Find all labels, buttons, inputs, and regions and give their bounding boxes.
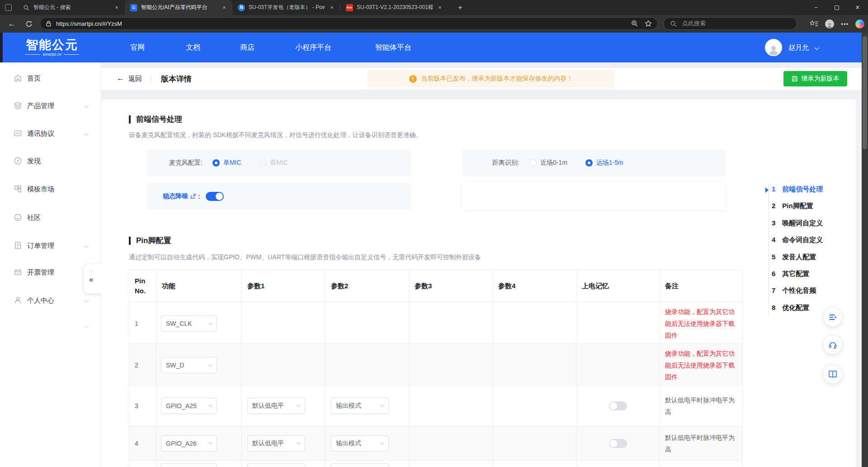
section-title-signal: 前端信号处理	[129, 114, 182, 124]
back-button[interactable]: 返回	[128, 75, 142, 83]
screen: 智能公元 - 搜索×公智能公元/AI产品零代码平台×NSU-03T开发包（老版本…	[0, 0, 868, 467]
back-navigation-icon[interactable]: ←	[6, 19, 17, 29]
sidebar-item-label: 模板市场	[27, 185, 54, 194]
param4-cell	[493, 386, 576, 426]
function-dropdown[interactable]: SW_CLK	[161, 315, 217, 332]
external-link-icon[interactable]	[190, 194, 196, 199]
nav-item-小程序平台[interactable]: 小程序平台	[295, 33, 331, 62]
distance-option[interactable]: 远场1-5m	[585, 159, 623, 167]
anchor-label: 唤醒词自定义	[782, 219, 823, 228]
anchor-item-命令词自定义[interactable]: 4命令词自定义	[772, 236, 823, 244]
user-name: 赵月允	[788, 43, 809, 52]
favorites-bar-icon[interactable]	[810, 20, 818, 28]
sidebar-item-首页[interactable]: 首页	[0, 73, 101, 84]
tab-close-icon[interactable]: ×	[436, 4, 443, 11]
param-dropdown[interactable]: 输出模式	[331, 435, 389, 452]
param-dropdown[interactable]: 默认低电平	[247, 435, 305, 452]
function-cell: SW_CLK	[156, 302, 242, 345]
radio-selected-icon[interactable]	[212, 159, 220, 167]
tab-close-icon[interactable]: ×	[328, 4, 335, 11]
window-minimize-button[interactable]: −	[806, 0, 826, 15]
zoom-icon[interactable]	[631, 20, 638, 27]
anchor-toggle-fab[interactable]	[824, 308, 842, 326]
sidebar-item-订单管理[interactable]: 订单管理	[0, 240, 101, 251]
power-memory-cell	[576, 344, 660, 386]
sidebar-item-开票管理[interactable]: 开票管理	[0, 267, 101, 278]
tab-close-icon[interactable]: ×	[113, 4, 120, 11]
refresh-icon[interactable]	[24, 19, 34, 29]
param-dropdown[interactable]	[247, 463, 305, 467]
copilot-icon[interactable]	[855, 19, 864, 29]
scrollbar-thumb[interactable]	[863, 36, 867, 149]
anchor-item-发音人配置[interactable]: 5发音人配置	[772, 253, 816, 262]
headset-icon	[828, 340, 837, 349]
sidebar-item-个人中心[interactable]: 个人中心	[0, 295, 101, 306]
nav-item-智能体平台[interactable]: 智能体平台	[375, 33, 411, 62]
anchor-item-Pin脚配置[interactable]: 2Pin脚配置	[772, 202, 813, 210]
chevron-down-icon	[208, 320, 213, 325]
function-dropdown[interactable]	[161, 463, 217, 467]
anchor-item-个性化音频[interactable]: 7个性化音频	[772, 286, 816, 295]
compass-icon	[14, 157, 23, 166]
browser-menu-icon[interactable]: •••	[841, 20, 849, 27]
power-memory-cell	[576, 386, 660, 426]
anchor-item-唤醒词自定义[interactable]: 3唤醒词自定义	[772, 219, 823, 228]
radio-unselected-icon[interactable]	[529, 159, 537, 167]
support-fab[interactable]	[824, 336, 842, 354]
browser-tab[interactable]: 智能公元 - 搜索×	[17, 0, 125, 15]
app-top-bar: 智能公元 smartpi.cn 官网文档商店小程序平台智能体平台 赵月允	[0, 33, 862, 62]
function-dropdown[interactable]: SW_D	[161, 357, 217, 373]
sidebar-item-通讯协议[interactable]: 通讯协议	[0, 128, 101, 139]
new-tab-button[interactable]: +	[456, 3, 465, 12]
back-arrow-icon[interactable]: ←	[117, 74, 124, 83]
url-bar[interactable]: https://smartpi.cn/#/YzsM	[40, 17, 658, 30]
quick-search-box[interactable]: 点此搜索	[663, 17, 797, 30]
anchor-item-优化配置[interactable]: 8优化配置	[772, 304, 809, 312]
url-text[interactable]: https://smartpi.cn/#/YzsM	[56, 20, 122, 27]
nav-item-官网[interactable]: 官网	[130, 33, 145, 62]
browser-tab[interactable]: NSU-03T开发包（老版本） - Power×	[232, 0, 340, 15]
user-menu[interactable]: 赵月允	[765, 39, 818, 56]
sidebar-item-发现[interactable]: 发现	[0, 156, 101, 167]
anchor-number: 7	[772, 286, 775, 295]
nav-item-商店[interactable]: 商店	[240, 33, 255, 62]
tab-close-icon[interactable]: ×	[221, 4, 228, 11]
window-close-button[interactable]: ✕	[847, 0, 868, 15]
sidebar-item-label: 开票管理	[27, 268, 54, 277]
favorite-star-icon[interactable]	[645, 20, 652, 27]
param3-cell	[409, 302, 493, 345]
mic-option[interactable]: 双MIC	[259, 159, 288, 167]
param-dropdown[interactable]	[331, 463, 389, 467]
docs-fab[interactable]	[824, 365, 842, 383]
radio-selected-icon[interactable]	[585, 159, 593, 167]
sidebar-item-label: 订单管理	[27, 242, 54, 250]
search-icon	[670, 20, 677, 27]
function-dropdown[interactable]: GPIO_A26	[161, 435, 217, 452]
anchor-number: 3	[772, 219, 775, 228]
tab-actions-icon[interactable]	[5, 4, 12, 11]
param-dropdown[interactable]: 默认低电平	[247, 398, 305, 414]
sidebar-item-社区[interactable]: 社区	[0, 212, 101, 223]
function-dropdown[interactable]: GPIO_A25	[161, 398, 217, 414]
browser-tab[interactable]: 公智能公元/AI产品零代码平台×	[125, 0, 232, 15]
sidebar-item-产品管理[interactable]: 产品管理	[0, 100, 101, 111]
dropdown-value: GPIO_A25	[166, 402, 197, 410]
mic-option[interactable]: 单MIC	[212, 159, 241, 167]
sidebar-item-模板市场[interactable]: 模板市场	[0, 184, 101, 195]
nav-item-文档[interactable]: 文档	[186, 33, 200, 62]
power-memory-toggle[interactable]	[609, 439, 627, 448]
browser-tab[interactable]: PDFSU-03T1-V2.1-20230523-001模组×	[340, 0, 448, 15]
tab-title: SU-03T开发包（老版本） - Power	[249, 4, 325, 11]
inherit-new-version-button[interactable]: 继承为新版本	[783, 71, 847, 86]
power-memory-toggle[interactable]	[609, 401, 627, 410]
anchor-item-其它配置[interactable]: 6其它配置	[772, 270, 809, 278]
browser-profile-avatar[interactable]	[825, 19, 834, 29]
distance-option[interactable]: 近场0-1m	[529, 159, 567, 167]
window-maximize-button[interactable]	[826, 0, 847, 15]
radio-disabled-icon[interactable]	[259, 159, 267, 167]
noise-reduction-toggle[interactable]	[206, 192, 224, 201]
anchor-item-前端信号处理[interactable]: 1前端信号处理	[772, 185, 823, 194]
app-logo[interactable]: 智能公元	[26, 37, 78, 53]
param-dropdown[interactable]: 输出模式	[331, 398, 389, 414]
power-memory-cell	[576, 302, 660, 345]
